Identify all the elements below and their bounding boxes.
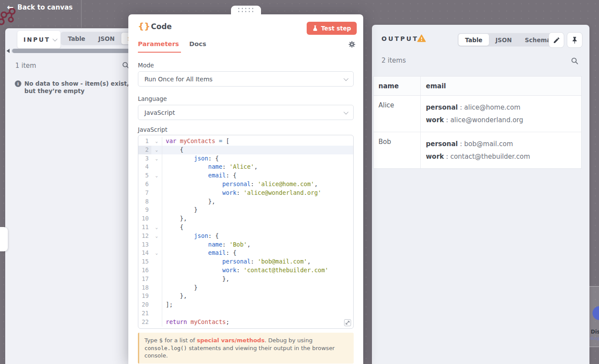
code-line[interactable]: 11⌄ { xyxy=(138,223,353,232)
hint-middle: . Debug by using xyxy=(264,337,312,344)
hint-prefix: Type $ for a list of xyxy=(144,337,197,344)
tab-docs[interactable]: Docs xyxy=(189,40,206,47)
modal-drag-handle[interactable] xyxy=(231,6,261,15)
output-tab-json[interactable]: JSON xyxy=(489,34,519,46)
code-line[interactable]: 20]; xyxy=(138,301,353,309)
code-line[interactable]: 14⌄ email: { xyxy=(138,249,353,257)
collapsed-panel-handle[interactable] xyxy=(0,227,8,251)
active-tab-underline xyxy=(138,52,181,53)
code-line[interactable]: 2⌄ { xyxy=(138,146,353,154)
code-line[interactable]: 4 name: 'Alice', xyxy=(138,163,353,171)
line-number: 8 xyxy=(138,197,151,206)
code-text: }, xyxy=(162,275,229,284)
cell-name: Alice xyxy=(374,96,421,132)
fold-chevron-icon xyxy=(151,189,162,197)
language-select[interactable]: JavaScript xyxy=(138,105,354,120)
code-line[interactable]: 15 personal: 'bob@mail.com', xyxy=(138,257,353,266)
code-line[interactable]: 1⌄var myContacts = [ xyxy=(138,137,353,146)
code-line[interactable]: 8 }, xyxy=(138,197,353,206)
code-text: work: 'contact@thebuilder.com' xyxy=(162,266,328,275)
line-number: 22 xyxy=(138,318,151,327)
input-selector[interactable]: INPUT xyxy=(17,31,60,48)
language-label: Language xyxy=(138,95,167,102)
mode-label: Mode xyxy=(138,62,154,69)
code-text: email: { xyxy=(162,249,237,257)
code-text: name: 'Bob', xyxy=(162,240,251,249)
back-to-canvas-button[interactable]: ← Back to canvas xyxy=(7,3,73,11)
modal-title: Code xyxy=(151,22,172,31)
drag-dots-icon xyxy=(238,8,254,13)
code-line[interactable]: 6 personal: 'alice@home.com', xyxy=(138,180,353,189)
mode-select[interactable]: Run Once for All Items xyxy=(138,71,354,87)
code-line[interactable]: 12⌄ json: { xyxy=(138,232,353,240)
pin-output-button[interactable] xyxy=(567,32,582,48)
cell-email: personal : bob@mail.comwork : contact@th… xyxy=(421,132,581,168)
line-number: 9 xyxy=(138,206,151,214)
fold-chevron-icon[interactable]: ⌄ xyxy=(151,137,162,146)
search-icon[interactable] xyxy=(571,57,579,65)
fold-chevron-icon xyxy=(151,275,162,284)
fold-chevron-icon xyxy=(151,214,162,223)
back-arrow-icon: ← xyxy=(7,3,13,11)
fold-chevron-icon xyxy=(151,266,162,275)
special-vars-link[interactable]: special vars/methods xyxy=(197,337,264,344)
code-text: email: { xyxy=(162,171,237,180)
fold-chevron-icon[interactable]: ⌄ xyxy=(151,223,162,232)
tab-parameters[interactable]: Parameters xyxy=(138,40,179,47)
fold-chevron-icon[interactable]: ⌄ xyxy=(151,146,162,154)
pencil-icon xyxy=(553,37,560,44)
code-line[interactable]: 16 work: 'contact@thebuilder.com' xyxy=(138,266,353,275)
code-text: }, xyxy=(162,292,187,301)
code-line[interactable]: 17 }, xyxy=(138,275,353,284)
fold-chevron-icon[interactable]: ⌄ xyxy=(151,232,162,240)
input-tab-table[interactable]: Table xyxy=(61,33,92,44)
mode-value: Run Once for All Items xyxy=(144,76,213,83)
code-line[interactable]: 22return myContacts; xyxy=(138,318,353,327)
editor-hint: Type $ for a list of special vars/method… xyxy=(138,333,354,364)
table-row: Alicepersonal : alice@home.comwork : ali… xyxy=(374,96,581,132)
output-table-body: Alicepersonal : alice@home.comwork : ali… xyxy=(374,96,581,168)
output-tab-table[interactable]: Table xyxy=(458,34,489,46)
code-line[interactable]: 10 }, xyxy=(138,214,353,223)
output-table: name email Alicepersonal : alice@home.co… xyxy=(373,76,582,169)
input-tab-json[interactable]: JSON xyxy=(92,33,121,44)
code-line[interactable]: 3⌄ json: { xyxy=(138,154,353,163)
scroll-left-arrow-icon[interactable] xyxy=(7,49,10,53)
output-view-tabs: Table JSON Schema xyxy=(458,33,558,47)
code-line[interactable]: 7 work: 'alice@wonderland.org' xyxy=(138,189,353,197)
line-number: 5 xyxy=(138,171,151,180)
test-step-label: Test step xyxy=(321,25,351,32)
fold-chevron-icon[interactable]: ⌄ xyxy=(151,154,162,163)
language-value: JavaScript xyxy=(144,109,175,116)
test-step-button[interactable]: Test step xyxy=(307,22,357,35)
editor-label: JavaScript xyxy=(138,126,167,133)
line-number: 6 xyxy=(138,180,151,189)
flask-icon xyxy=(312,25,318,31)
code-line[interactable]: 5⌄ email: { xyxy=(138,171,353,180)
fold-chevron-icon[interactable]: ⌄ xyxy=(151,249,162,257)
code-editor[interactable]: 1⌄var myContacts = [2⌄ {3⌄ json: {4 name… xyxy=(138,135,354,329)
edit-output-button[interactable] xyxy=(549,32,564,48)
code-text: { xyxy=(162,223,184,232)
code-line[interactable]: 18 } xyxy=(138,284,353,292)
code-text: personal: 'alice@home.com', xyxy=(162,180,318,189)
code-text: } xyxy=(162,206,197,214)
hint-code: console.log() xyxy=(144,345,187,351)
code-line[interactable]: 19 }, xyxy=(138,292,353,301)
editor-resize-handle[interactable] xyxy=(344,319,351,326)
code-text: return myContacts; xyxy=(162,318,229,327)
resize-icon xyxy=(345,321,350,325)
fold-chevron-icon[interactable]: ⌄ xyxy=(151,171,162,180)
code-line[interactable]: 13 name: 'Bob', xyxy=(138,240,353,249)
code-text: name: 'Alice', xyxy=(162,163,258,171)
input-items-count: 1 item xyxy=(15,62,36,70)
code-line[interactable]: 21 xyxy=(138,309,353,318)
line-number: 10 xyxy=(138,214,151,223)
line-number: 3 xyxy=(138,154,151,163)
output-items-count: 2 items xyxy=(381,57,406,64)
line-number: 7 xyxy=(138,189,151,197)
line-number: 20 xyxy=(138,301,151,309)
warning-icon xyxy=(417,34,426,42)
code-line[interactable]: 9 } xyxy=(138,206,353,214)
gear-icon[interactable] xyxy=(348,40,356,48)
